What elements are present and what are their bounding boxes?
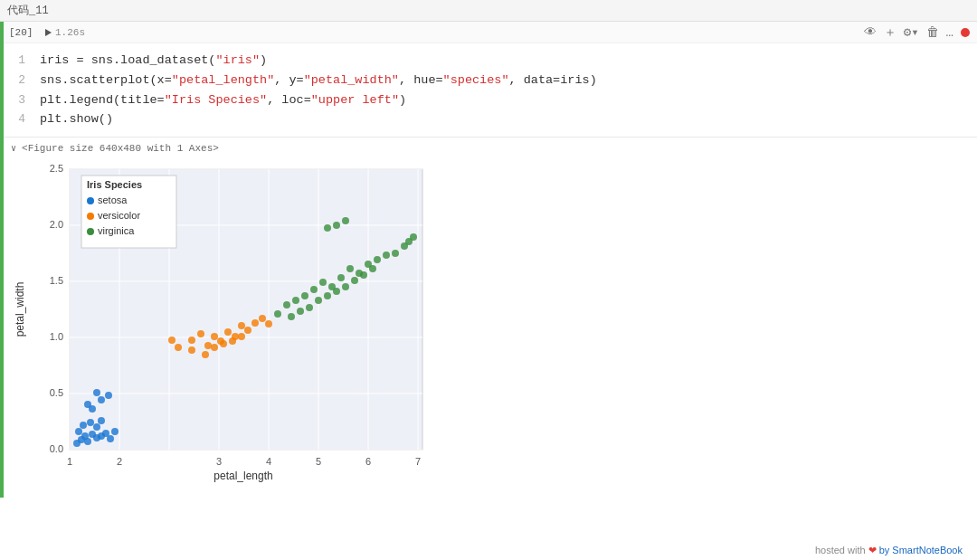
- svg-point-58: [188, 337, 195, 344]
- chevron-down-icon: ∨: [11, 143, 16, 154]
- more-icon[interactable]: …: [946, 25, 953, 40]
- code-line-2: 2 sns.scatterplot(x="petal_length", y="p…: [4, 71, 977, 90]
- svg-text:5: 5: [316, 456, 321, 467]
- svg-point-59: [197, 330, 204, 337]
- svg-text:0.0: 0.0: [50, 443, 63, 454]
- svg-point-41: [84, 438, 91, 445]
- svg-text:2: 2: [117, 456, 122, 467]
- svg-text:petal_length: petal_length: [213, 470, 272, 482]
- svg-point-77: [175, 344, 182, 351]
- svg-point-94: [315, 297, 322, 304]
- svg-point-67: [251, 319, 259, 327]
- cell-number-area: [20] 1.26s: [4, 27, 85, 38]
- play-icon[interactable]: [45, 29, 52, 36]
- svg-point-100: [288, 313, 295, 320]
- code-line-1: 1 iris = sns.load_dataset("iris"): [4, 51, 977, 71]
- output-label: <Figure size 640x480 with 1 Axes>: [22, 143, 219, 154]
- svg-text:4: 4: [266, 456, 271, 467]
- run-indicator: 1.26s: [45, 27, 85, 38]
- svg-point-60: [204, 342, 212, 349]
- svg-point-71: [202, 351, 209, 358]
- line-code-4[interactable]: plt.show(): [40, 109, 113, 129]
- eye-icon[interactable]: 👁: [864, 25, 877, 40]
- svg-point-52: [111, 428, 119, 435]
- cell-header: [20] 1.26s 👁 ＋ ⚙▾ 🗑 …: [4, 22, 977, 43]
- svg-text:6: 6: [365, 456, 371, 467]
- svg-point-57: [93, 389, 100, 396]
- scatter-plot: 0.0 0.5 1.0 1.5 2.0 2.5 1 2 3 4 5 6 7 pe…: [11, 156, 454, 490]
- footer-text: hosted with: [815, 545, 868, 555]
- svg-text:versicolor: versicolor: [98, 210, 140, 221]
- svg-point-68: [259, 315, 266, 322]
- code-section: [20] 1.26s 👁 ＋ ⚙▾ 🗑 … 1 iris = sns.load_…: [4, 22, 977, 138]
- svg-point-51: [98, 417, 105, 424]
- svg-point-93: [306, 304, 313, 311]
- line-num-4: 4: [4, 110, 40, 129]
- svg-point-54: [84, 401, 91, 408]
- line-num-2: 2: [4, 71, 40, 90]
- svg-point-63: [224, 328, 232, 336]
- svg-point-107: [342, 217, 349, 224]
- svg-text:1.5: 1.5: [50, 275, 63, 286]
- code-content: 1 iris = sns.load_dataset("iris") 2 sns.…: [4, 43, 977, 137]
- line-num-3: 3: [4, 91, 40, 110]
- svg-text:petal_width: petal_width: [14, 282, 26, 337]
- svg-point-69: [265, 320, 272, 327]
- svg-point-104: [410, 233, 417, 241]
- svg-point-55: [98, 396, 105, 403]
- svg-text:2.0: 2.0: [50, 219, 63, 230]
- heart-icon: ❤: [868, 545, 877, 555]
- svg-point-49: [87, 419, 94, 426]
- svg-point-36: [87, 228, 94, 235]
- footer-brand: by SmartNoteBook: [879, 545, 963, 555]
- svg-point-74: [229, 337, 236, 345]
- line-code-2[interactable]: sns.scatterplot(x="petal_length", y="pet…: [40, 71, 597, 90]
- svg-point-85: [337, 274, 345, 281]
- output-header[interactable]: ∨ <Figure size 640x480 with 1 Axes>: [4, 141, 977, 156]
- svg-point-97: [342, 283, 349, 290]
- svg-point-81: [301, 292, 308, 299]
- svg-point-56: [105, 392, 112, 399]
- output-section: ∨ <Figure size 640x480 with 1 Axes>: [4, 138, 977, 498]
- svg-point-83: [319, 279, 327, 286]
- red-circle: [961, 28, 970, 37]
- svg-point-72: [211, 344, 218, 351]
- line-num-1: 1: [4, 52, 40, 71]
- svg-text:7: 7: [415, 456, 421, 467]
- svg-point-102: [369, 265, 376, 272]
- svg-point-76: [168, 337, 175, 344]
- svg-point-43: [75, 428, 82, 435]
- code-line-4: 4 plt.show(): [4, 109, 977, 129]
- line-code-1[interactable]: iris = sns.load_dataset("iris"): [40, 51, 267, 71]
- svg-text:setosa: setosa: [98, 195, 128, 205]
- svg-point-66: [244, 327, 251, 334]
- svg-point-32: [87, 197, 94, 204]
- svg-point-75: [238, 333, 245, 340]
- cell-container: [20] 1.26s 👁 ＋ ⚙▾ 🗑 … 1 iris = sns.load_…: [0, 22, 977, 498]
- svg-point-91: [392, 250, 399, 257]
- svg-point-61: [211, 333, 218, 340]
- svg-point-89: [374, 256, 381, 263]
- chart-wrapper: 0.0 0.5 1.0 1.5 2.0 2.5 1 2 3 4 5 6 7 pe…: [4, 156, 977, 498]
- code-line-3: 3 plt.legend(title="Iris Species", loc="…: [4, 90, 977, 110]
- execution-count: [20]: [4, 27, 40, 38]
- top-bar: 代码_11: [0, 0, 977, 22]
- settings-icon[interactable]: ⚙▾: [904, 24, 919, 40]
- svg-point-78: [274, 310, 281, 318]
- svg-point-106: [333, 222, 340, 229]
- svg-point-34: [87, 213, 94, 220]
- line-code-3[interactable]: plt.legend(title="Iris Species", loc="up…: [40, 90, 406, 110]
- trash-icon[interactable]: 🗑: [926, 25, 939, 40]
- svg-point-95: [324, 292, 331, 299]
- svg-text:0.5: 0.5: [50, 387, 63, 398]
- svg-text:2.5: 2.5: [50, 163, 63, 174]
- plus-icon[interactable]: ＋: [884, 24, 896, 41]
- footer: hosted with ❤ by SmartNoteBook: [815, 545, 963, 556]
- svg-point-47: [107, 435, 114, 442]
- svg-point-105: [324, 224, 331, 232]
- svg-point-90: [383, 252, 390, 259]
- svg-point-98: [351, 277, 358, 284]
- svg-point-80: [292, 297, 299, 304]
- svg-text:Iris Species: Iris Species: [87, 179, 142, 190]
- svg-point-50: [93, 423, 100, 431]
